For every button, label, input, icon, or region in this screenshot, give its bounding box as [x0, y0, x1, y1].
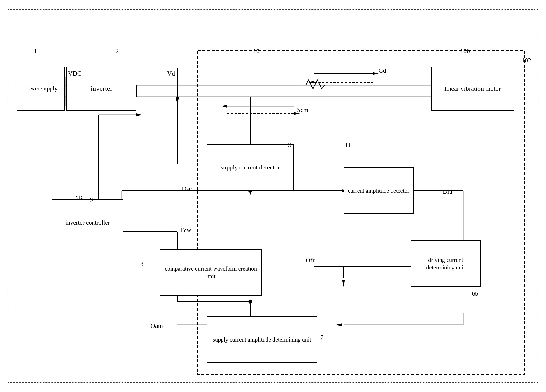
- power-supply-block: power supply: [17, 67, 65, 111]
- svg-marker-43: [335, 323, 342, 326]
- supply-current-amplitude-block: supply current amplitude determining uni…: [206, 316, 317, 363]
- comparative-waveform-block: comparative current waveform creation un…: [160, 249, 262, 296]
- ref-2: 2: [116, 47, 119, 55]
- ref-8: 8: [140, 260, 144, 268]
- svg-marker-38: [342, 280, 345, 287]
- cd-label: Cd: [379, 67, 386, 74]
- vdc-label: VDC: [68, 70, 81, 77]
- scm-label: Scm: [297, 106, 308, 114]
- svg-marker-26: [136, 113, 142, 116]
- ref-6b: 6b: [472, 290, 478, 298]
- diagram-container: 1 2 10 100 power supply inverter linear …: [8, 9, 538, 383]
- ref-9: 9: [90, 196, 93, 204]
- svg-marker-32: [221, 105, 227, 108]
- current-amplitude-detector-block: current amplitude detector: [344, 167, 414, 214]
- ref-7: 7: [320, 334, 323, 341]
- oam-label: Oam: [150, 322, 163, 330]
- driving-current-block: driving current determining unit: [411, 240, 481, 287]
- svg-marker-30: [309, 81, 314, 84]
- fcw-label: Fcw: [180, 226, 191, 234]
- ref-11: 11: [345, 141, 351, 149]
- inverter-controller-block: inverter controller: [52, 200, 123, 246]
- supply-current-detector-block: supply current detector: [206, 144, 294, 191]
- svg-marker-35: [176, 97, 179, 105]
- ref-102: 102: [522, 57, 531, 64]
- sic-label: Sic: [75, 193, 83, 201]
- ref-10: 10: [253, 47, 260, 55]
- vd-label: Vd: [167, 70, 175, 77]
- ref-100: 100: [460, 47, 470, 55]
- svg-marker-28: [373, 72, 379, 75]
- svg-point-20: [248, 300, 252, 304]
- dsc-label: Dsc: [182, 185, 192, 192]
- linear-vibration-motor-block: linear vibration motor: [431, 67, 514, 111]
- dra-label: Dra: [443, 188, 452, 195]
- ref-3: 3: [288, 141, 291, 149]
- ofr-label: Ofr: [306, 256, 315, 264]
- ref-1: 1: [34, 47, 37, 55]
